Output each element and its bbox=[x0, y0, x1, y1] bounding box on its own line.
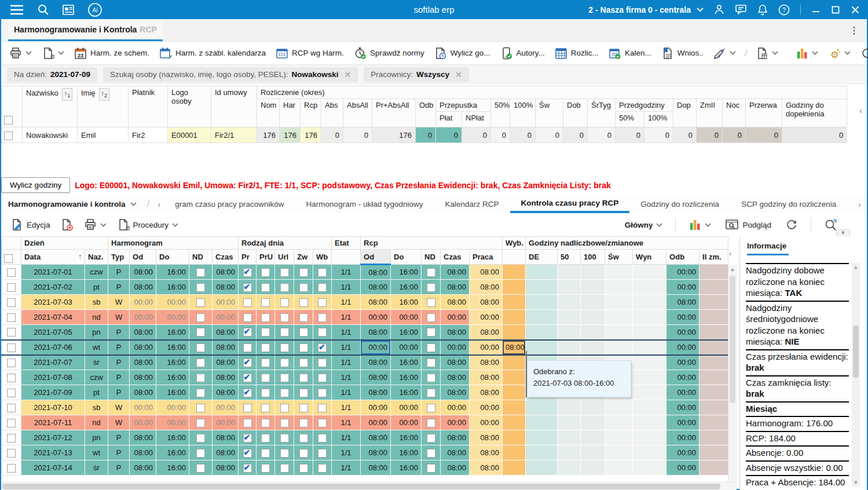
cell-h_od[interactable]: 00:00 bbox=[130, 295, 156, 310]
cell-zw[interactable] bbox=[294, 340, 313, 355]
day-row-2021-07-11[interactable]: 2021-07-11ndW00:0000:0000:001/100:0000:0… bbox=[2, 415, 728, 430]
cell-r_od[interactable]: 00:00 bbox=[361, 340, 391, 355]
cell-dop[interactable]: 0 bbox=[673, 127, 697, 143]
scrollbar-thumb[interactable] bbox=[730, 276, 735, 403]
checkbox[interactable] bbox=[261, 328, 270, 337]
cell-h_czas[interactable]: 08:00 bbox=[213, 385, 239, 400]
cell-zw[interactable] bbox=[294, 295, 313, 310]
col-header-wb[interactable]: Wb bbox=[313, 250, 332, 265]
day-row-2021-07-01[interactable]: 2021-07-01czwP08:0016:0008:001/108:0016:… bbox=[2, 265, 728, 280]
cell-r_nd[interactable] bbox=[422, 400, 441, 415]
cell-typ[interactable]: P bbox=[108, 355, 130, 370]
cell-h_czas[interactable]: 00:00 bbox=[213, 400, 239, 415]
cell-r_do[interactable]: 00:00 bbox=[391, 340, 422, 355]
day-row-2021-07-04[interactable]: 2021-07-04ndW00:0000:0000:001/100:0000:0… bbox=[2, 310, 728, 325]
cell-praca[interactable]: 00:00 bbox=[470, 415, 503, 430]
checkbox[interactable] bbox=[318, 328, 327, 337]
cell-praca[interactable]: 08:00 bbox=[470, 370, 503, 385]
cell-url[interactable] bbox=[275, 385, 294, 400]
cell-naz[interactable]: pt bbox=[85, 385, 108, 400]
cell-r_od[interactable]: 08:00 bbox=[361, 280, 391, 295]
cell-de[interactable] bbox=[526, 325, 558, 340]
cell-naz[interactable]: nd bbox=[85, 415, 108, 430]
cell-naz[interactable]: czw bbox=[85, 265, 108, 280]
checkbox[interactable] bbox=[280, 389, 289, 397]
checkbox[interactable] bbox=[299, 328, 308, 337]
cell-r_od[interactable]: 00:00 bbox=[361, 310, 391, 325]
cell-wyn[interactable] bbox=[633, 340, 666, 355]
search-icon[interactable] bbox=[37, 3, 49, 16]
cell-url[interactable] bbox=[275, 400, 294, 415]
cell-wyn[interactable] bbox=[633, 355, 666, 370]
cell-url[interactable] bbox=[275, 430, 294, 445]
wnioski-button[interactable]: Wnios.. bbox=[657, 45, 708, 62]
checkbox[interactable] bbox=[318, 313, 327, 322]
col-header-nd[interactable]: ND bbox=[422, 250, 441, 265]
cell-wyb[interactable] bbox=[503, 325, 526, 340]
checkbox[interactable] bbox=[427, 313, 435, 322]
delete-button[interactable] bbox=[56, 216, 78, 233]
checkbox[interactable] bbox=[196, 419, 205, 427]
cell-naz[interactable]: sb bbox=[85, 295, 108, 310]
cell-typ[interactable]: P bbox=[108, 325, 130, 340]
checkbox[interactable] bbox=[243, 328, 252, 337]
row-select-cell[interactable] bbox=[2, 340, 21, 355]
company-selector[interactable]: 2 - Nasza firma 0 - centrala bbox=[588, 5, 704, 14]
cell-sw[interactable] bbox=[605, 415, 633, 430]
cell-c50[interactable] bbox=[558, 295, 581, 310]
tab-kontrola-czasu-pracy-rcp[interactable]: Kontrola czasu pracy RCP bbox=[510, 195, 630, 213]
cell-absall[interactable]: 0 bbox=[343, 127, 372, 143]
cell-h_do[interactable]: 16:00 bbox=[156, 325, 189, 340]
cell-wyb[interactable]: 08:00 bbox=[503, 340, 526, 355]
cell-r_nd[interactable] bbox=[422, 385, 441, 400]
cell-h_nd[interactable] bbox=[189, 325, 213, 340]
cell-nazwisko[interactable]: Nowakowski bbox=[23, 127, 78, 143]
checkbox[interactable] bbox=[318, 298, 327, 307]
cell-c50[interactable] bbox=[558, 400, 581, 415]
cell-pru[interactable] bbox=[257, 340, 275, 355]
scroll-left-icon[interactable]: ‹ bbox=[729, 249, 731, 258]
cell-pru[interactable] bbox=[257, 460, 275, 476]
cell-zw[interactable] bbox=[294, 325, 313, 340]
row-select-cell[interactable] bbox=[2, 265, 21, 280]
row-select-cell[interactable] bbox=[2, 370, 21, 385]
row-select-cell[interactable] bbox=[2, 355, 21, 370]
cell-praca[interactable]: 08:00 bbox=[470, 325, 503, 340]
checkbox[interactable] bbox=[318, 283, 327, 292]
cell-r_nd[interactable] bbox=[422, 460, 441, 476]
cell-wyb[interactable] bbox=[503, 265, 526, 280]
cell-pr[interactable] bbox=[239, 355, 257, 370]
checkbox[interactable] bbox=[280, 343, 289, 352]
cell-typ[interactable]: P bbox=[108, 460, 130, 476]
checkbox[interactable] bbox=[299, 359, 308, 367]
cell-h_nd[interactable] bbox=[189, 310, 213, 325]
cell-r_do[interactable]: 16:00 bbox=[391, 265, 422, 280]
checkbox[interactable] bbox=[299, 283, 308, 292]
scrollbar-thumb[interactable] bbox=[853, 326, 859, 378]
day-row-2021-07-13[interactable]: 2021-07-13wtP08:0016:0008:001/108:0016:0… bbox=[2, 445, 728, 460]
col-header-pru[interactable]: PrU bbox=[257, 250, 275, 265]
col-header-praca[interactable]: Praca bbox=[470, 250, 503, 265]
cell-date[interactable]: 2021-07-12 bbox=[21, 430, 85, 445]
checkbox[interactable] bbox=[261, 404, 270, 412]
checkbox[interactable] bbox=[196, 283, 205, 292]
col-header-typ[interactable]: Typ bbox=[108, 250, 130, 265]
cell-h_do[interactable]: 16:00 bbox=[156, 430, 189, 445]
cell-pr[interactable] bbox=[239, 370, 257, 385]
cell-h_od[interactable]: 08:00 bbox=[130, 265, 156, 280]
checkbox[interactable] bbox=[261, 374, 270, 382]
col-header-srtyg[interactable]: ŚrTyg bbox=[588, 99, 616, 127]
col-header-zw[interactable]: Zw bbox=[294, 250, 313, 265]
col-header-platnik[interactable]: Płatnik bbox=[129, 86, 168, 127]
cell-r_do[interactable]: 16:00 bbox=[391, 460, 422, 476]
checkbox[interactable] bbox=[318, 359, 327, 367]
filter-pracownicy[interactable]: Pracownicy: Wszyscy ✕ bbox=[364, 67, 469, 82]
cell-etat[interactable]: 1/1 bbox=[332, 445, 361, 460]
checkbox[interactable] bbox=[243, 283, 252, 292]
checkbox[interactable] bbox=[7, 298, 16, 307]
col-header-ii-zm[interactable]: II zm. bbox=[699, 250, 728, 265]
row-select-cell[interactable] bbox=[2, 295, 21, 310]
cell-url[interactable] bbox=[275, 340, 294, 355]
cell-typ[interactable]: P bbox=[108, 340, 130, 355]
row-select-cell[interactable] bbox=[2, 415, 21, 430]
